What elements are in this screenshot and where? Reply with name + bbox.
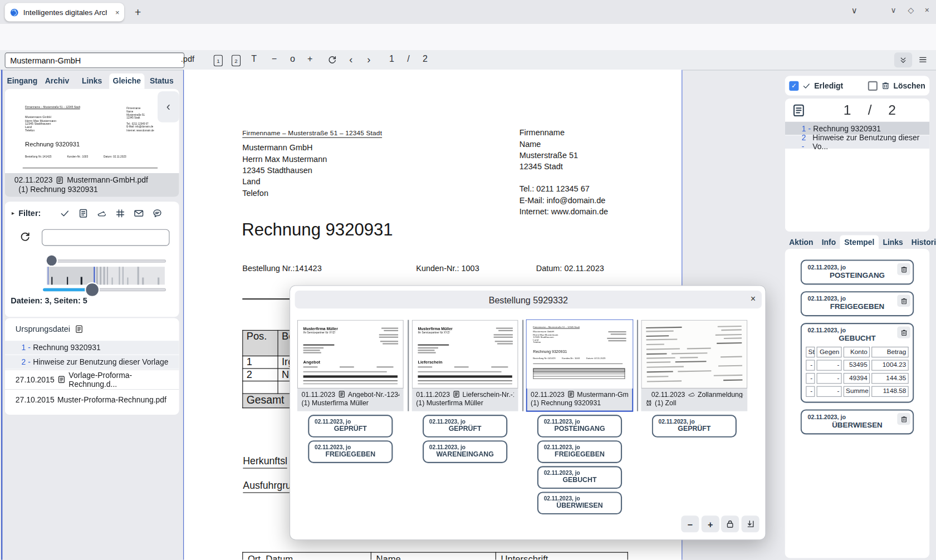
mail-icon[interactable] [134, 208, 144, 218]
stamp-date: 02.11.2023, jo [309, 441, 391, 450]
tab-overflow-chevron-icon[interactable]: ∨ [851, 6, 857, 15]
tab-historie[interactable]: Historie [907, 235, 936, 249]
dialog-zoom-in-button[interactable]: + [702, 515, 719, 532]
file-list-item[interactable]: 02.11.2023Mustermann-GmbH.pdf (1) Rechnu… [5, 173, 179, 197]
single-page-view-button[interactable]: 1 [214, 55, 223, 66]
stamp-column: 02.11.2023, joGEPRÜFT02.11.2023, joWAREN… [412, 415, 518, 463]
doc-thumbnail-selected[interactable]: Firmenname – Musterstraße 51 – 12345 Sta… [527, 320, 633, 411]
doc-caption: 02.11.2023Mustermann-Gmb... (1) Rechnung… [527, 389, 633, 411]
sidebar-tabs: EingangArchivLinksGleicheStatus [5, 73, 179, 89]
filter-text-input[interactable] [42, 229, 169, 246]
window-minimize-button[interactable]: ∨ [891, 6, 896, 14]
collapse-all-button[interactable] [894, 52, 912, 67]
linked-doc-angebot: Musterfirma MüllerIhr Servicepartner für… [297, 320, 404, 411]
tab-links[interactable]: Links [879, 235, 907, 249]
sidebar-tab-links[interactable]: Links [75, 73, 110, 89]
histogram-bar [143, 278, 144, 285]
alarm-icon [645, 399, 653, 406]
origin-file-item[interactable]: 27.10.2015Vorlage-Proforma-Rechnung.d... [5, 370, 179, 389]
tab-close-icon[interactable]: × [115, 8, 120, 16]
zoom-in-button[interactable]: + [307, 53, 312, 63]
dialog-zoom-out-button[interactable]: − [681, 515, 699, 532]
histogram-tick [81, 277, 82, 284]
linked-doc-zollanmeldung: 02.11.2023Zollanmeldung-AT... (1) Zoll [641, 320, 747, 411]
refresh-filter-icon[interactable] [19, 231, 31, 243]
comment-icon[interactable] [152, 208, 162, 218]
filename-input[interactable] [5, 52, 185, 68]
range-slider-top[interactable] [47, 259, 166, 262]
slider-thumb-bottom[interactable] [86, 283, 99, 296]
booking-cell: 144.35 [871, 373, 908, 384]
scanner-icon[interactable] [97, 208, 107, 218]
sidebar-tab-gleiche[interactable]: Gleiche [109, 73, 144, 89]
file-subtitle: (1) Rechnung 9320931 [14, 185, 179, 194]
contact-block: Tel.: 0211 12345 67E-Mail: info@domain.d… [520, 183, 608, 217]
delete-checkbox[interactable] [868, 81, 877, 90]
dialog-lock-button[interactable] [721, 515, 739, 532]
histogram-bar [127, 278, 129, 285]
window-close-button[interactable]: × [925, 6, 929, 14]
origin-page-item[interactable]: 1 -Rechnung 9320931 [5, 341, 179, 355]
document-icon[interactable] [78, 208, 88, 218]
stamp-date: 02.11.2023, jo [802, 261, 913, 270]
file-name: Vorlage-Proforma-Rechnung.d... [68, 371, 179, 389]
sidebar-tab-eingang[interactable]: Eingang [5, 73, 40, 89]
tab-stempel[interactable]: Stempel [840, 235, 879, 249]
cell: 1 [243, 356, 278, 369]
stamp-berwiesen: 02.11.2023, joÜBERWIESEN [537, 492, 622, 514]
stamp-delete-button[interactable] [897, 263, 910, 275]
sidebar-tab-archiv[interactable]: Archiv [40, 73, 75, 89]
signature-table: Ort, Datum Name Unterschrift [242, 552, 628, 560]
document-icon [57, 375, 66, 384]
pages-card: 1 / 2 1 -Rechnung 93209312 -Hinweise zur… [785, 99, 929, 232]
page-current: 1 [389, 53, 394, 63]
stamp-date: 02.11.2023, jo [424, 416, 506, 425]
histogram-bar [111, 278, 113, 285]
tab-info[interactable]: Info [817, 235, 840, 249]
page-title: Rechnung 9320931 [33, 343, 101, 352]
rotate-icon[interactable] [327, 55, 337, 65]
text-tool-button[interactable]: T [251, 53, 257, 63]
next-page-button[interactable]: › [367, 53, 370, 65]
browser-tabstrip: Intelligentes digitales Arch × + ∨ ∨ ◇ × [0, 0, 936, 24]
dialog-close-button[interactable]: × [751, 293, 756, 303]
dialog-import-button[interactable] [742, 515, 759, 532]
collapse-panel-button[interactable]: ‹ [158, 91, 179, 122]
files-pages-count: Dateien: 3, Seiten: 5 [11, 296, 87, 305]
booking-cell: - [817, 386, 842, 397]
window-maximize-button[interactable]: ◇ [908, 6, 914, 14]
stamp-delete-button[interactable] [897, 413, 910, 425]
doc-thumbnail[interactable]: Musterfirma MüllerIhr Servicepartner für… [297, 320, 404, 411]
filter-header[interactable]: ►Filter: [11, 209, 41, 218]
done-checkbox[interactable]: ✓ [789, 81, 798, 90]
preview-card: Firmenname – Musterstraße 51 – 12345 Sta… [5, 89, 179, 197]
grid-icon[interactable] [115, 208, 125, 218]
origin-page-item[interactable]: 2 -Hinweise zur Benutzung dieser Vorlage [5, 355, 179, 369]
zoom-reset-button[interactable]: o [290, 53, 295, 63]
new-tab-button[interactable]: + [130, 5, 146, 21]
stamp-label: FREIGEGEBEN [802, 303, 913, 311]
browser-tab[interactable]: Intelligentes digitales Arch × [5, 3, 124, 21]
page-list-item[interactable]: 2 -Hinweise zur Benutzung dieser Vo... [785, 135, 929, 149]
origin-file-item[interactable]: 27.10.2015Muster-Proforma-Rechnung.pdf [5, 389, 179, 409]
sidebar-tab-status[interactable]: Status [144, 73, 179, 89]
sign-col: Name [371, 552, 496, 559]
stamp-label: WARENEINGANG [424, 450, 506, 458]
check-icon[interactable] [60, 208, 70, 218]
sender-block: FirmennameNameMusterstraße 5112345 Stadt [520, 127, 578, 172]
two-page-view-button[interactable]: 2 [232, 55, 241, 66]
zoom-out-button[interactable]: − [272, 53, 277, 63]
doc-thumbnail[interactable]: 02.11.2023Zollanmeldung-AT... (1) Zoll [641, 320, 747, 411]
app-menu-icon[interactable] [918, 55, 928, 65]
slider-thumb-top[interactable] [47, 256, 57, 266]
booking-cell: 49394 [844, 373, 870, 384]
stamp-delete-button[interactable] [897, 295, 910, 307]
doc-thumbnail[interactable]: Musterfirma MüllerIhr Servicepartner für… [412, 320, 518, 411]
stamp-date: 02.11.2023, jo [538, 416, 621, 425]
stamp-delete-button[interactable] [897, 326, 910, 338]
tab-aktion[interactable]: Aktion [785, 235, 817, 249]
document-thumbnail[interactable]: Firmenname – Musterstraße 51 – 12345 Sta… [13, 97, 163, 172]
mini-doc-rechnung: Firmenname – Musterstraße 51 – 12345 Sta… [527, 320, 633, 389]
stamp-geprft: 02.11.2023, joGEPRÜFT [423, 415, 507, 438]
prev-page-button[interactable]: ‹ [349, 53, 352, 65]
